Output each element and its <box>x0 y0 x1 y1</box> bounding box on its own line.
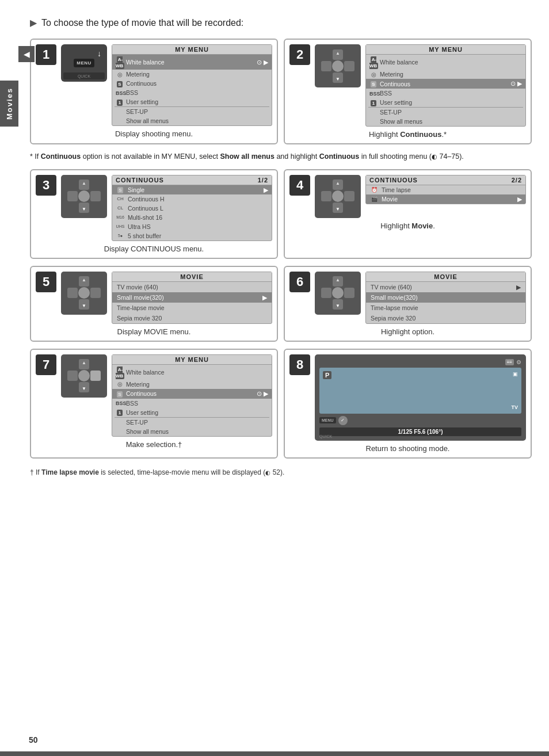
step-2-camera: ▲ ▼ <box>315 44 361 87</box>
step-1-camera: ↓ MENU QUICK <box>61 44 107 82</box>
step4-dpad-down: ▼ <box>333 203 343 213</box>
step-6-movie-header: MOVIE <box>366 272 525 282</box>
step-3-multi: M16Multi-shot 16 <box>112 213 272 222</box>
note-1: * If Continuous option is not available … <box>30 151 532 162</box>
step-7-dpad: ▲ ▼ <box>67 359 101 392</box>
steps-row-5-6: 5 ▲ ▼ MOVIE TV movie (640) <box>30 266 532 342</box>
step-3-cont-l: CLContinuous L <box>112 204 272 213</box>
step-5-movie-header: MOVIE <box>112 272 272 282</box>
step-1-item-setup: SET-UP <box>112 107 272 116</box>
step-2-item-continuous: S Continuous ⊙ ▶ <box>366 79 525 89</box>
step-7-item-bss: BSSBSS <box>112 399 272 408</box>
step-3-cont-menu: CONTINUOUS1/2 S Single ▶ CHContinuous H … <box>112 175 272 241</box>
dpad-center-btn <box>332 60 344 72</box>
dpad-down-btn: ▼ <box>333 72 343 83</box>
step-6-movie-menu: MOVIE TV movie (640)▶ Small movie(320) T… <box>365 272 526 324</box>
step-7-item-metering: ◎Metering <box>112 380 272 389</box>
step-4-camera: ▲ ▼ <box>315 175 361 218</box>
step-4-movie: 🎬 Movie ▶ <box>366 194 525 204</box>
note-2: † If Time lapse movie is selected, time-… <box>30 467 532 478</box>
step-2-menu: MY MENU A-WBWhite balance ◎Metering S Co… <box>365 44 526 127</box>
step5-dpad-right <box>90 288 101 298</box>
step-3-ultra: UHSUltra HS <box>112 222 272 231</box>
step6-dpad-down: ▼ <box>333 299 343 310</box>
step-2-item-showall: Show all menus <box>366 117 525 126</box>
step6-dpad-center <box>332 287 344 299</box>
step3-dpad-down: ▼ <box>79 203 89 213</box>
step-7-item-setup: SET-UP <box>112 418 272 427</box>
dpad-up-btn: ▲ <box>333 49 343 60</box>
step-1-number: 1 <box>36 44 56 65</box>
steps-row-7-8: 7 ▲ ▼ MY MENU A-WB <box>30 349 532 459</box>
step4-dpad-up: ▲ <box>333 180 343 190</box>
step-1-item-metering: ◎Metering <box>112 70 272 79</box>
step-5-caption: Display MOVIE menu. <box>117 327 191 336</box>
step-4-caption: Highlight Movie. <box>380 222 435 230</box>
step-3-box: 3 ▲ ▼ CONTINUOUS1/2 <box>30 169 278 259</box>
step-2-item-setup: SET-UP <box>366 108 525 117</box>
step3-dpad-up: ▲ <box>79 180 89 190</box>
step-6-box: 6 ▲ ▼ MOVIE TV mov <box>284 266 532 342</box>
step-8-camera-display: ≡≡ ⚙ P ▣ TV <box>315 354 526 441</box>
step-1-caption: Display shooting menu. <box>115 129 193 138</box>
step-8-quick-label: QUICK <box>319 434 332 438</box>
step-5-tv640: TV movie (640) <box>112 282 272 292</box>
step6-dpad-left <box>321 288 331 298</box>
step-8-exposure-bar: 1/125 F5.6 (106°) <box>319 427 521 436</box>
step5-dpad-left <box>67 288 78 298</box>
step-2-caption: Highlight Continuous.* <box>369 130 447 139</box>
step-4-box: 4 ▲ ▼ CONTINUOUS2/2 <box>284 169 532 259</box>
step-2-item-metering: ◎Metering <box>366 70 525 79</box>
step-7-item-continuous: S Continuous ⊙ ▶ <box>112 389 272 399</box>
step4-dpad-center <box>332 190 344 202</box>
step-8-box: 8 ≡≡ ⚙ P ▣ <box>284 349 532 459</box>
step5-dpad-down: ▼ <box>79 299 89 310</box>
step-1-box: 1 ↓ MENU QUICK MY MENU A-WB <box>30 39 278 144</box>
step-3-single: S Single ▶ <box>112 185 272 194</box>
step-2-item-wb: A-WBWhite balance <box>366 55 525 70</box>
step-8-menu-btn: MENU <box>319 417 336 423</box>
step-3-5shot: 5●5 shot buffer <box>112 231 272 240</box>
step-2-number: 2 <box>289 44 310 65</box>
step7-dpad-left <box>67 371 78 381</box>
step-7-menu-header: MY MENU <box>112 355 272 365</box>
page-number: 50 <box>29 735 38 744</box>
step-3-camera: ▲ ▼ <box>61 175 107 218</box>
step-8-ok-icon: ✓ <box>338 416 348 425</box>
step-7-camera: ▲ ▼ <box>61 354 107 398</box>
step-1-item-showall: Show all menus <box>112 116 272 125</box>
step-3-cont-h: CHContinuous H <box>112 194 272 204</box>
step-1-menu-btn: MENU <box>74 59 94 67</box>
intro-line: ▶ To choose the type of movie that will … <box>30 17 532 28</box>
step-2-item-bss: BSSBSS <box>366 89 525 98</box>
steps-row-1-2: 1 ↓ MENU QUICK MY MENU A-WB <box>30 39 532 144</box>
step-2-menu-header: MY MENU <box>366 45 525 55</box>
step-7-item-wb: A-WBWhite balance <box>112 365 272 380</box>
step-7-number: 7 <box>36 354 56 375</box>
step7-dpad-right <box>90 371 101 381</box>
step-1-item-continuous: SContinuous <box>112 79 272 88</box>
step-8-number: 8 <box>289 354 310 375</box>
steps-row-3-4: 3 ▲ ▼ CONTINUOUS1/2 <box>30 169 532 259</box>
step-5-sepia: Sepia movie 320 <box>112 313 272 323</box>
step-7-item-showall: Show all menus <box>112 427 272 436</box>
step-6-tv640: TV movie (640)▶ <box>366 282 525 292</box>
step6-dpad-right <box>344 288 354 298</box>
step-2-dpad: ▲ ▼ <box>321 49 354 83</box>
step5-dpad-up: ▲ <box>79 276 89 287</box>
step3-dpad-right <box>90 191 101 201</box>
intro-text: To choose the type of movie that will be… <box>41 18 243 28</box>
step-5-number: 5 <box>36 272 56 292</box>
step-7-box: 7 ▲ ▼ MY MENU A-WB <box>30 349 278 459</box>
step-5-movie-menu: MOVIE TV movie (640) Small movie(320) ▶ … <box>112 272 272 324</box>
step-3-number: 3 <box>36 175 56 196</box>
corner-flag: ◀ <box>18 46 35 62</box>
step5-dpad-center <box>78 287 90 299</box>
step-6-caption: Highlight option. <box>381 327 434 336</box>
step7-dpad-center <box>78 370 90 381</box>
step7-dpad-up: ▲ <box>79 359 89 369</box>
step-6-sepia: Sepia movie 320 <box>366 313 525 323</box>
step-1-menu-header: MY MENU <box>112 45 272 55</box>
step-7-item-user: 1User setting <box>112 408 272 417</box>
step-1-arrow: ↓ <box>97 49 101 58</box>
